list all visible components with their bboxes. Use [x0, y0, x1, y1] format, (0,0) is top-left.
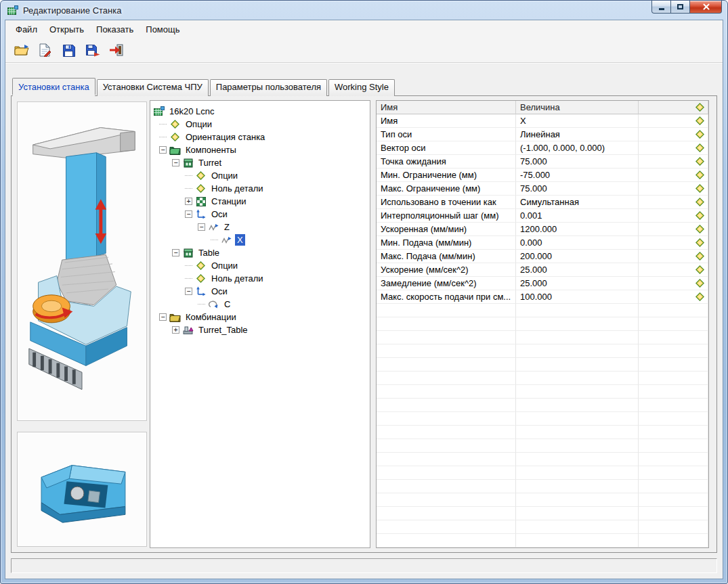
- tab-cnc-settings[interactable]: Установки Система ЧПУ: [97, 79, 209, 96]
- tree-node-label: Ноль детали: [209, 183, 265, 194]
- collapse-toggle-icon[interactable]: −: [185, 288, 192, 295]
- machine-preview-large: [17, 102, 147, 421]
- tree-node[interactable]: −Оси: [150, 208, 370, 221]
- tab-machine-settings[interactable]: Установки станка: [12, 78, 95, 95]
- property-row-empty[interactable]: [377, 385, 708, 399]
- property-row-empty[interactable]: [377, 304, 708, 317]
- property-row-empty[interactable]: [377, 439, 708, 453]
- empty-cell: [377, 372, 516, 385]
- collapse-toggle-icon[interactable]: −: [159, 313, 167, 321]
- property-row-empty[interactable]: [377, 331, 708, 344]
- title-bar[interactable]: Редактирование Станка: [1, 1, 727, 20]
- property-row-empty[interactable]: [377, 453, 708, 466]
- tree-node[interactable]: 16k20 Lcnc: [150, 105, 370, 118]
- property-row[interactable]: Вектор оси(-1.000, 0.000, 0.000): [377, 141, 708, 155]
- menu-open[interactable]: Открыть: [43, 22, 90, 37]
- maximize-button[interactable]: [671, 1, 690, 14]
- property-row-empty[interactable]: [377, 466, 708, 480]
- collapse-toggle-icon[interactable]: −: [198, 223, 205, 231]
- option-diamond-icon: [169, 119, 181, 130]
- property-row-empty[interactable]: [377, 372, 708, 385]
- collapse-toggle-icon[interactable]: −: [185, 210, 192, 218]
- tree-node[interactable]: +Станции: [150, 195, 370, 208]
- expand-toggle-icon[interactable]: +: [185, 198, 192, 205]
- open-folder-button[interactable]: [12, 41, 30, 60]
- open-document-button[interactable]: [36, 41, 54, 60]
- tree-node[interactable]: −Turret: [150, 156, 370, 169]
- tree-node[interactable]: Ноль детали: [150, 272, 370, 285]
- property-row[interactable]: Точка ожидания75.000: [377, 155, 708, 169]
- property-extra-cell: [639, 182, 708, 196]
- property-row[interactable]: Использовано в точении какСимультанная: [377, 196, 708, 209]
- property-value-cell: Симультанная: [516, 196, 639, 209]
- tree-connector: [185, 188, 192, 189]
- property-row[interactable]: Макс. скорость подачи при см...100.000: [377, 290, 708, 304]
- tree-node-label: Опции: [209, 170, 240, 181]
- minimize-button[interactable]: [651, 1, 671, 14]
- window-controls: [651, 1, 722, 14]
- menu-help[interactable]: Помощь: [140, 22, 186, 37]
- tree-node[interactable]: −Table: [150, 246, 370, 259]
- property-row[interactable]: Тип осиЛинейная: [377, 128, 708, 141]
- property-row-empty[interactable]: [377, 412, 708, 426]
- property-row[interactable]: Макс. Подача (мм/мин)200.000: [377, 250, 708, 263]
- tree-node-label: Компоненты: [184, 144, 238, 156]
- property-row-empty[interactable]: [377, 493, 708, 507]
- property-row-empty[interactable]: [377, 399, 708, 412]
- property-row[interactable]: Мин. Ограничение (мм)-75.000: [377, 169, 708, 182]
- tree-node[interactable]: X: [150, 233, 370, 246]
- tree-node-label: X: [235, 234, 245, 246]
- exit-button[interactable]: [107, 41, 125, 60]
- property-extra-cell: [639, 141, 708, 155]
- menu-show[interactable]: Показать: [90, 22, 140, 37]
- property-row-empty[interactable]: [377, 507, 708, 520]
- property-row[interactable]: Ускорение (мм/сек^2)25.000: [377, 263, 708, 277]
- tree-node[interactable]: Ориентация станка: [150, 131, 370, 143]
- empty-cell: [639, 426, 708, 439]
- tree-node[interactable]: −Z: [150, 221, 370, 233]
- tab-working-style[interactable]: Working Style: [328, 79, 395, 96]
- tree-node[interactable]: −Оси: [150, 285, 370, 298]
- close-button[interactable]: [690, 1, 722, 14]
- empty-cell: [639, 480, 708, 493]
- empty-cell: [516, 412, 639, 426]
- collapse-toggle-icon[interactable]: −: [172, 249, 179, 256]
- property-row-empty[interactable]: [377, 480, 708, 493]
- machine-image-large: [22, 116, 142, 407]
- empty-cell: [516, 344, 639, 358]
- app-window: Редактирование Станка Файл Открыть Показ…: [0, 0, 728, 584]
- tree-node[interactable]: C: [150, 298, 370, 311]
- property-row-empty[interactable]: [377, 534, 708, 547]
- property-row-empty[interactable]: [377, 344, 708, 358]
- tree-node[interactable]: +Turret_Table: [150, 323, 370, 336]
- tree-node[interactable]: −Компоненты: [150, 143, 370, 156]
- property-row-empty[interactable]: [377, 358, 708, 372]
- tree-connector: [211, 240, 218, 240]
- property-row[interactable]: Макс. Ограничение (мм)75.000: [377, 182, 708, 196]
- expand-toggle-icon[interactable]: +: [172, 326, 179, 334]
- menu-file[interactable]: Файл: [9, 22, 43, 37]
- linear-axis-icon: [208, 222, 219, 233]
- collapse-toggle-icon[interactable]: −: [172, 159, 179, 166]
- property-row[interactable]: Мин. Подача (мм/мин)0.000: [377, 236, 708, 250]
- tree-node[interactable]: Опции: [150, 259, 370, 272]
- save-button[interactable]: [60, 41, 78, 60]
- tree-node[interactable]: Ноль детали: [150, 182, 370, 195]
- tab-user-parameters[interactable]: Параметры пользователя: [210, 79, 327, 96]
- property-row[interactable]: Замедление (мм/сек^2)25.000: [377, 277, 708, 290]
- tree-node[interactable]: −Комбинации: [150, 311, 370, 323]
- save-as-button[interactable]: [83, 41, 102, 60]
- open-document-icon: [39, 43, 51, 57]
- property-row[interactable]: ИмяX: [377, 114, 708, 128]
- empty-cell: [639, 439, 708, 453]
- property-row[interactable]: Интерполяционный шаг (мм)0.001: [377, 209, 708, 223]
- tree-node[interactable]: Опции: [150, 169, 370, 182]
- property-row-empty[interactable]: [377, 317, 708, 331]
- property-row-empty[interactable]: [377, 520, 708, 534]
- tree-node[interactable]: Опции: [150, 118, 370, 131]
- property-row[interactable]: Ускоренная (мм/мин)1200.000: [377, 223, 708, 236]
- collapse-toggle-icon[interactable]: −: [159, 146, 167, 154]
- machine-tree: 16k20 LcncОпцииОриентация станка−Компоне…: [150, 100, 370, 548]
- tree-node-label: Ориентация станка: [184, 131, 267, 143]
- property-row-empty[interactable]: [377, 426, 708, 439]
